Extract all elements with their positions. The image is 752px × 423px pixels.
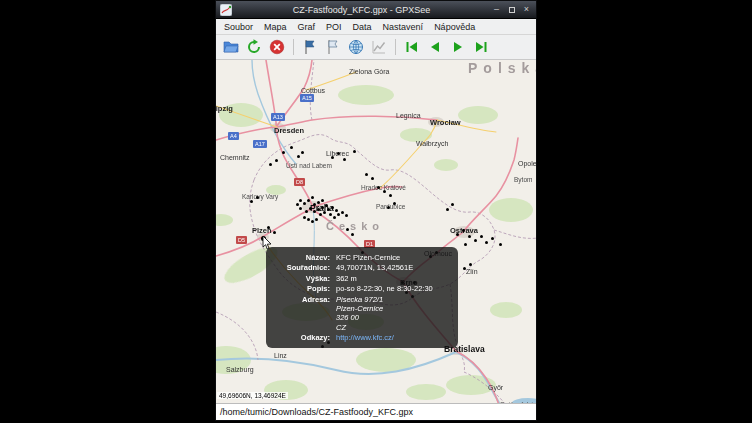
waypoint-dot[interactable] xyxy=(256,196,259,199)
waypoint-dot[interactable] xyxy=(303,202,306,205)
waypoint-dot[interactable] xyxy=(389,194,392,197)
waypoint-dot[interactable] xyxy=(346,228,349,231)
waypoint-dot[interactable] xyxy=(275,159,278,162)
waypoint-dot[interactable] xyxy=(303,216,306,219)
waypoint-dot[interactable] xyxy=(383,190,386,193)
waypoint-dot[interactable] xyxy=(343,158,346,161)
map-label: Dresden xyxy=(274,126,304,135)
waypoint-dot[interactable] xyxy=(371,177,374,180)
next-icon[interactable] xyxy=(448,37,468,57)
waypoint-dot[interactable] xyxy=(282,151,285,154)
show-map-icon[interactable] xyxy=(346,37,366,57)
waypoint-dot[interactable] xyxy=(321,199,324,202)
waypoint-dot[interactable] xyxy=(313,203,316,206)
waypoint-dot[interactable] xyxy=(317,208,320,211)
waypoint-dot[interactable] xyxy=(462,229,465,232)
titlebar[interactable]: CZ-Fastfoody_KFC.gpx - GPXSee – × xyxy=(216,1,536,19)
waypoint-dot[interactable] xyxy=(317,201,320,204)
open-file-icon[interactable] xyxy=(221,37,241,57)
show-graphs-icon[interactable] xyxy=(369,37,389,57)
waypoint-dot[interactable] xyxy=(463,267,466,270)
waypoint-dot[interactable] xyxy=(327,208,330,211)
waypoint-dot[interactable] xyxy=(393,202,396,205)
waypoint-link[interactable]: http://www.kfc.cz/ xyxy=(336,333,450,342)
waypoint-dot[interactable] xyxy=(469,263,472,266)
file-path: /home/tumic/Downloads/CZ-Fastfoody_KFC.g… xyxy=(220,407,413,417)
waypoint-dot[interactable] xyxy=(307,199,310,202)
waypoint-dot[interactable] xyxy=(499,243,502,246)
waypoint-dot[interactable] xyxy=(250,200,253,203)
waypoint-dot[interactable] xyxy=(309,207,312,210)
waypoint-dot[interactable] xyxy=(474,239,477,242)
waypoint-dot[interactable] xyxy=(267,226,270,229)
menu-item-data[interactable]: Data xyxy=(348,21,377,33)
waypoint-dot[interactable] xyxy=(337,152,340,155)
waypoint-dot[interactable] xyxy=(451,203,454,206)
waypoint-dot[interactable] xyxy=(351,233,354,236)
waypoint-dot[interactable] xyxy=(491,237,494,240)
menu-item-nastavení[interactable]: Nastavení xyxy=(378,21,429,33)
waypoint-dot[interactable] xyxy=(311,220,314,223)
minimize-icon[interactable]: – xyxy=(491,4,502,15)
previous-icon[interactable] xyxy=(425,37,445,57)
waypoint-dot[interactable] xyxy=(315,218,318,221)
last-icon[interactable] xyxy=(471,37,491,57)
waypoint-dot[interactable] xyxy=(353,150,356,153)
waypoint-dot[interactable] xyxy=(446,208,449,211)
waypoint-dot[interactable] xyxy=(299,207,302,210)
waypoint-dot[interactable] xyxy=(331,156,334,159)
waypoint-dot[interactable] xyxy=(311,196,314,199)
waypoint-dot[interactable] xyxy=(273,231,276,234)
first-icon[interactable] xyxy=(402,37,422,57)
map-label: Zielona Góra xyxy=(349,68,389,75)
close-icon[interactable]: × xyxy=(521,4,532,15)
waypoint-dot[interactable] xyxy=(468,235,471,238)
maximize-icon[interactable] xyxy=(506,4,517,15)
waypoint-dot[interactable] xyxy=(301,151,304,154)
waypoint-dot[interactable] xyxy=(456,233,459,236)
menu-item-mapa[interactable]: Mapa xyxy=(259,21,292,33)
toolbar-separator xyxy=(395,39,396,55)
waypoint-dot[interactable] xyxy=(307,218,310,221)
waypoint-dot[interactable] xyxy=(337,213,340,216)
menu-item-graf[interactable]: Graf xyxy=(293,21,321,33)
tooltip-field-value: KFC Plzen-Cernice xyxy=(336,253,450,262)
waypoint-dot[interactable] xyxy=(323,211,326,214)
waypoint-dot[interactable] xyxy=(305,210,308,213)
close-file-icon[interactable] xyxy=(267,37,287,57)
waypoint-dot[interactable] xyxy=(325,204,328,207)
window-title: CZ-Fastfoody_KFC.gpx - GPXSee xyxy=(236,5,487,15)
waypoint-dot[interactable] xyxy=(345,214,348,217)
menu-item-soubor[interactable]: Soubor xyxy=(219,21,258,33)
waypoint-dot[interactable] xyxy=(290,146,293,149)
waypoint-dot[interactable] xyxy=(464,243,467,246)
waypoint-dot[interactable] xyxy=(296,203,299,206)
waypoint-dot[interactable] xyxy=(365,173,368,176)
waypoint-dot[interactable] xyxy=(299,199,302,202)
menu-item-nápověda[interactable]: Nápověda xyxy=(429,21,480,33)
waypoint-dot[interactable] xyxy=(313,210,316,213)
waypoint-dot[interactable] xyxy=(297,155,300,158)
waypoint-dot[interactable] xyxy=(329,213,332,216)
waypoint-dot[interactable] xyxy=(387,206,390,209)
app-icon xyxy=(220,4,232,16)
waypoint-dot[interactable] xyxy=(480,235,483,238)
waypoint-dot[interactable] xyxy=(485,241,488,244)
map-label: Karlovy Vary xyxy=(242,193,278,200)
reload-file-icon[interactable] xyxy=(244,37,264,57)
waypoint-dot[interactable] xyxy=(269,163,272,166)
waypoint-dot[interactable] xyxy=(333,216,336,219)
map-view[interactable]: PolskaZielona GóraCottbusLeipzigLegnicaW… xyxy=(216,60,536,403)
open-poi-file-icon[interactable] xyxy=(323,37,343,57)
menu-item-poi[interactable]: POI xyxy=(321,21,347,33)
road-shield: D5 xyxy=(236,236,247,244)
waypoint-dot[interactable] xyxy=(377,186,380,189)
waypoint-dot[interactable] xyxy=(331,206,334,209)
show-poi-icon[interactable] xyxy=(300,37,320,57)
waypoint-dot[interactable] xyxy=(341,211,344,214)
tooltip-field-value: po-so 8-22:30, ne 8:30-22:30 xyxy=(336,284,450,293)
map-label: Chemnitz xyxy=(220,154,250,161)
waypoint-dot[interactable] xyxy=(335,209,338,212)
waypoint-dot[interactable] xyxy=(321,206,324,209)
waypoint-dot[interactable] xyxy=(319,213,322,216)
